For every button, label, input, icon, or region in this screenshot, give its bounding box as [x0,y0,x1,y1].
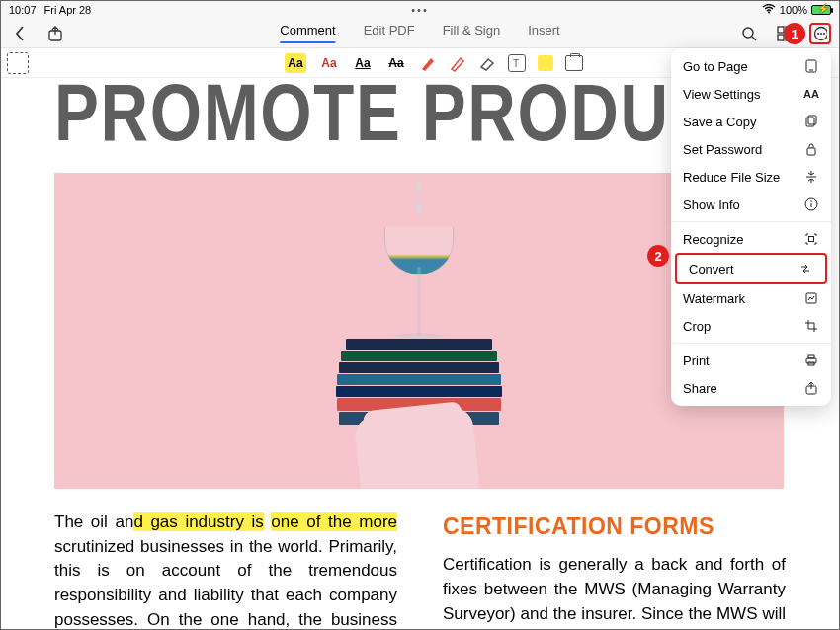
column-right: CERTIFICATION FORMS Certification is gen… [443,511,786,630]
menu-share[interactable]: Share [671,374,831,402]
textbox-tool[interactable]: T [508,54,526,72]
battery-icon: ⚡ [811,5,831,15]
status-date: Fri Apr 28 [44,4,92,16]
callout-2: 2 [647,245,669,267]
svg-point-10 [823,33,825,35]
menu-crop[interactable]: Crop [671,312,831,340]
menu-save-copy[interactable]: Save a Copy [671,108,831,135]
selection-tool-icon[interactable] [7,52,29,74]
watermark-icon [803,290,819,306]
share-action-icon[interactable] [44,23,66,44]
search-icon[interactable] [738,23,760,44]
menu-print[interactable]: Print [671,347,831,374]
tab-fill-sign[interactable]: Fill & Sign [443,23,501,43]
lock-icon [803,141,819,157]
convert-icon [798,261,813,276]
column-left: The oil and gas industry is one of the m… [54,511,397,630]
print-icon [803,353,819,368]
marker-red-tool[interactable] [419,54,437,72]
svg-point-8 [817,33,819,35]
page-heading: PROMOTE PRODUCTIV [54,78,698,159]
copy-icon [803,114,819,129]
body-text-left: The oil and gas industry is one of the m… [54,512,397,630]
status-bar: 10:07 Fri Apr 28 ••• 100% ⚡ [1,1,839,19]
scan-icon [803,231,819,247]
svg-text:T: T [513,58,519,69]
menu-watermark[interactable]: Watermark [671,284,831,312]
menu-set-password[interactable]: Set Password [671,135,831,163]
more-button[interactable] [809,23,831,44]
callout-1: 1 [784,23,805,44]
stamp-tool[interactable] [565,55,583,71]
more-menu: Go to Page View SettingsAA Save a Copy S… [671,48,831,406]
marker-pink-tool[interactable] [449,54,466,72]
svg-point-2 [743,28,753,38]
crop-icon [803,318,819,334]
svg-rect-13 [806,118,814,126]
share-icon [803,380,819,396]
menu-convert[interactable]: Convert [675,253,827,284]
strikethrough-tool[interactable]: Aa [385,53,407,73]
tab-comment[interactable]: Comment [280,23,335,43]
menu-view-settings[interactable]: View SettingsAA [671,80,831,108]
svg-point-0 [768,12,770,14]
menu-reduce-size[interactable]: Reduce File Size [671,163,831,191]
menu-show-info[interactable]: Show Info [671,191,831,218]
status-time: 10:07 [9,4,37,16]
status-dots: ••• [411,4,429,16]
menu-go-to-page[interactable]: Go to Page [671,52,831,80]
svg-rect-15 [807,148,815,155]
svg-point-9 [820,33,822,35]
top-toolbar: Comment Edit PDF Fill & Sign Insert [1,19,839,48]
svg-rect-14 [808,116,816,124]
svg-rect-21 [808,355,814,358]
section-heading: CERTIFICATION FORMS [443,511,786,543]
eraser-tool[interactable] [478,54,496,72]
tab-edit-pdf[interactable]: Edit PDF [364,23,415,43]
svg-rect-18 [809,237,814,242]
menu-recognize[interactable]: Recognize [671,225,831,253]
underline-tool[interactable]: Aa [352,53,374,73]
highlight-tool[interactable]: Aa [285,53,306,73]
body-text-right: Certification is generally a back and fo… [443,555,786,630]
text-size-icon: AA [803,86,819,102]
wifi-icon [762,4,776,16]
svg-point-17 [810,200,812,202]
info-icon [803,197,819,212]
compress-icon [803,169,819,185]
goto-icon [803,58,819,74]
battery-percent: 100% [780,4,807,16]
tab-insert[interactable]: Insert [528,23,560,43]
sticky-note-tool[interactable] [538,55,553,71]
back-button[interactable] [9,23,31,44]
strikeout-red-tool[interactable]: Aa [318,53,340,73]
